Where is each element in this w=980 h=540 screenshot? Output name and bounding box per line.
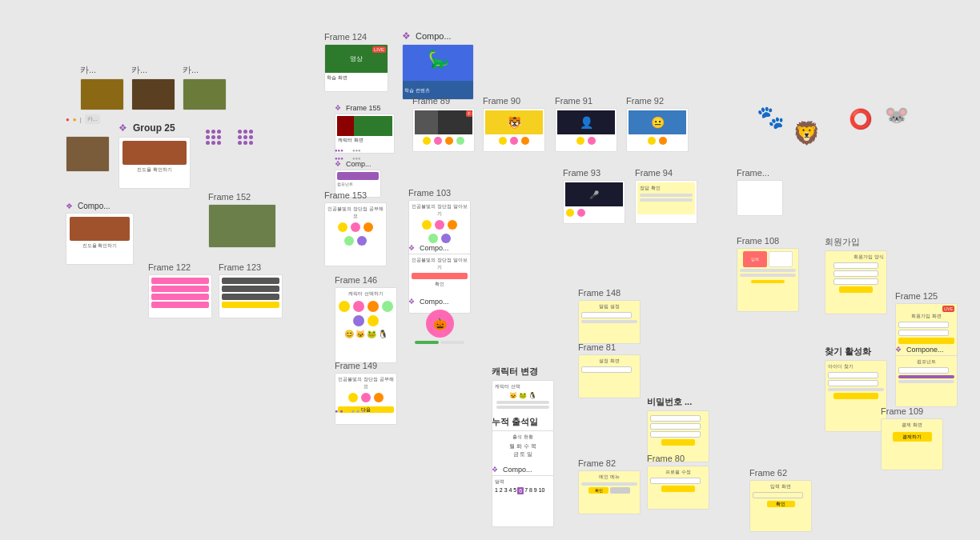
ka-group-2: 카... (131, 64, 175, 110)
frame-146[interactable]: Frame 146 캐릭터 선택하기 😊 🐱 🐸 🐧 (335, 275, 397, 363)
frame89-badge: F (466, 110, 472, 117)
canvas: 카... 카... 카... ● ● | 카... ❖ Group 25 (0, 0, 980, 540)
frame-148[interactable]: Frame 148 알림 설정 (578, 288, 641, 344)
compo-top-label: Compo... (416, 31, 452, 41)
compo-bottom-pink[interactable]: ❖ Compo... 🎃 (408, 298, 471, 371)
find-active: 찾기 활성화 아이디 찾기 (825, 346, 887, 432)
compo-left[interactable]: ❖ Compo... 진도율 확인하기 (66, 202, 134, 265)
frame-92[interactable]: Frame 92 😐 (626, 96, 689, 152)
component-icon: ❖ (118, 122, 127, 134)
group25-subtext: 진도율 확인하기 (122, 166, 187, 174)
group-25-label: Group 25 (133, 122, 175, 134)
frame-89[interactable]: Frame 89 F (412, 96, 475, 152)
group-25[interactable]: ❖ Group 25 진도율 확인하기 (118, 122, 191, 189)
frame103-title: 인공불빛의 장단점 알아보기 (412, 203, 468, 218)
compo-bottom-mid[interactable]: ❖ Compo... 달력 1 2 3 4 5 6 7 8 9 10 (492, 466, 554, 527)
animal-lion: 🦁 (793, 120, 821, 146)
ka-group-3: 카... (183, 64, 227, 110)
dots-row-1: ●●● ●●● (335, 148, 361, 153)
animal-mouse: 🐭 (885, 104, 909, 126)
bottom-dots-area: ● ● ● ● ● (335, 408, 364, 414)
animal-ring: ⭕ (849, 108, 873, 130)
compo-top-center[interactable]: ❖ Compo... 🦕 학습 컨텐츠 (402, 30, 474, 100)
compo-left-label: Compo... (78, 202, 110, 210)
dots-grid-1 (204, 128, 223, 146)
animal-dalmatian: 🐾 (757, 104, 785, 130)
frame-80[interactable]: Frame 80 프로필 수정 (647, 454, 709, 510)
frame-empty[interactable]: Frame... (737, 168, 783, 216)
frame-62[interactable]: Frame 62 입력 화면 확인 (749, 468, 812, 532)
compo-left-text: 진도율 확인하기 (70, 242, 130, 250)
thumb-row-bottom (66, 136, 110, 172)
frame-155-area[interactable]: ❖ Frame 155 캐릭터 화면 (335, 104, 395, 154)
comp-icon-top: ❖ (402, 30, 411, 42)
compo-bottom-right[interactable]: ❖ Compone... 컴포넌트 (895, 346, 958, 407)
frame-153[interactable]: Frame 153 인공불빛의 장단점 공부해요 (324, 190, 387, 266)
frame-90[interactable]: Frame 90 🐯 (483, 96, 545, 152)
status-icons: ● ● | 카... (66, 114, 100, 124)
frame-94[interactable]: Frame 94 정답 확인 (635, 168, 697, 224)
frame-91[interactable]: Frame 91 👤 (555, 96, 617, 152)
frame-124[interactable]: Frame 124 영상 학습 화면 LIVE (324, 32, 388, 92)
frame-108[interactable]: Frame 108 입력 (737, 236, 799, 312)
frame-152[interactable]: Frame 152 (208, 192, 276, 248)
frame153-title: 인공불빛의 장단점 공부해요 (327, 206, 384, 220)
frame-109[interactable]: Frame 109 결제 화면 결제하기 (881, 406, 943, 470)
frame125-badge: LIVE (898, 306, 954, 311)
frame-81[interactable]: Frame 81 설정 화면 (578, 342, 641, 398)
frame-93[interactable]: Frame 93 🎤 (563, 168, 625, 224)
hoe-won-group: 회원가입 회원가입 양식 (825, 236, 887, 314)
ka-group-1: 카... (80, 64, 124, 110)
frame-82[interactable]: Frame 82 메인 메뉴 확인 (578, 458, 641, 514)
frame-149[interactable]: Frame 149 인공불빛의 장단점 공부해요 다음 (335, 361, 397, 425)
frame-122-group: Frame 122 Frame 123 (148, 262, 283, 318)
badge-live: LIVE (372, 46, 386, 53)
comp-icon-left: ❖ (66, 202, 73, 210)
password-group: 비밀번호 ... (647, 396, 709, 462)
dots-grid-2 (236, 128, 255, 146)
